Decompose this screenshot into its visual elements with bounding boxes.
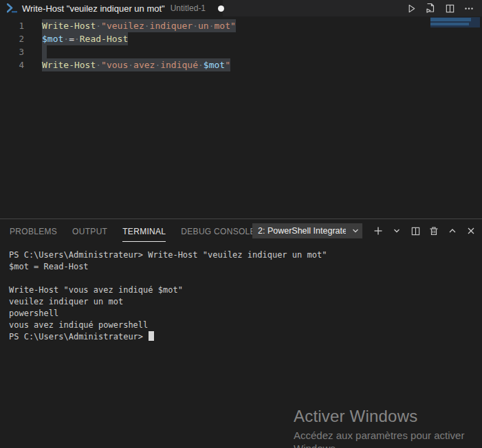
code-text: Write-Host·"vous·avez·indiqué·$mot" (42, 58, 230, 71)
panel-actions: 2: PowerShell Integrated Console (252, 219, 478, 243)
terminal-line (9, 273, 479, 284)
editor-tab-bar: Write-Host "veuilez indiquer un mot" Unt… (0, 0, 482, 16)
editor-actions (404, 0, 482, 16)
split-terminal-button[interactable] (408, 223, 422, 238)
editor-lines: 1Write-Host·"veuilez·indiquer·un·mot"2$m… (0, 19, 482, 71)
terminal-picker-value: 2: PowerShell Integrated Console (258, 226, 346, 236)
panel-tab-debug-console[interactable]: DEBUG CONSOLE (181, 221, 256, 242)
split-terminal-icon (410, 226, 421, 236)
terminal-line: $mot = Read-Host (9, 261, 479, 273)
terminal-prompt-line: PS C:\Users\Administrateur> (9, 331, 479, 343)
tab-description: Untitled-1 (171, 3, 206, 13)
code-editor[interactable]: 1Write-Host·"veuilez·indiquer·un·mot"2$m… (0, 16, 482, 219)
terminal-output[interactable]: PS C:\Users\Administrateur> Write-Host "… (9, 249, 479, 448)
panel-tab-output[interactable]: OUTPUT (72, 221, 107, 242)
more-actions-button[interactable] (461, 1, 476, 16)
chevron-up-icon (448, 227, 457, 235)
new-terminal-button[interactable] (371, 223, 385, 238)
editor-line[interactable]: 2$mot·=·Read-Host (0, 32, 482, 45)
plus-icon (373, 226, 383, 236)
editor-line[interactable]: 4Write-Host·"vous·avez·indiqué·$mot" (0, 58, 482, 71)
run-button[interactable] (404, 1, 419, 16)
line-number: 1 (0, 19, 24, 32)
editor-tab-untitled-1[interactable]: Write-Host "veuilez indiquer un mot" Unt… (0, 0, 223, 16)
terminal-line: Write-Host "vous avez indiqué $mot" (9, 284, 479, 296)
terminal-lines: PS C:\Users\Administrateur> Write-Host "… (9, 249, 479, 331)
code-text: $mot·=·Read-Host (42, 32, 128, 45)
minimap-line-bar (430, 23, 469, 25)
powershell-file-icon (7, 3, 18, 13)
panel-tabs: PROBLEMSOUTPUTTERMINALDEBUG CONSOLE (10, 221, 256, 242)
ellipsis-icon (463, 3, 474, 14)
terminal-picker-dropdown[interactable]: 2: PowerShell Integrated Console (252, 223, 362, 238)
terminal-line: vous avez indiqué powershell (9, 320, 479, 331)
play-icon (406, 3, 417, 14)
new-terminal-dropdown-button[interactable] (390, 223, 404, 238)
maximize-panel-button[interactable] (446, 223, 459, 238)
panel-tab-problems[interactable]: PROBLEMS (10, 221, 57, 242)
minimap-line-bar (430, 18, 471, 21)
terminal-line: PS C:\Users\Administrateur> Write-Host "… (9, 249, 479, 261)
panel-header: PROBLEMSOUTPUTTERMINALDEBUG CONSOLE 2: P… (0, 219, 482, 243)
chevron-down-icon (352, 227, 359, 234)
kill-terminal-button[interactable] (427, 223, 441, 238)
line-number: 3 (0, 45, 24, 58)
trash-icon (429, 226, 439, 236)
line-number: 2 (0, 32, 24, 45)
document-play-icon (425, 3, 436, 14)
close-icon (467, 227, 475, 235)
vscode-window: Write-Host "veuilez indiquer un mot" Unt… (0, 0, 482, 448)
run-selection-button[interactable] (423, 1, 438, 16)
unsaved-changes-dot[interactable] (218, 5, 224, 12)
panel-tab-terminal[interactable]: TERMINAL (122, 221, 166, 242)
minimap[interactable] (430, 17, 480, 27)
terminal-prompt: PS C:\Users\Administrateur> (9, 332, 148, 341)
split-editor-button[interactable] (442, 1, 457, 16)
terminal-cursor (149, 331, 154, 341)
editor-line[interactable]: 3 (0, 45, 482, 58)
terminal-line: veuilez indiquer un mot (9, 296, 479, 308)
split-editor-icon (445, 3, 455, 14)
terminal-line: powershell (9, 308, 479, 320)
code-text (42, 45, 47, 58)
chevron-down-icon (393, 227, 400, 234)
bottom-panel: PROBLEMSOUTPUTTERMINALDEBUG CONSOLE 2: P… (0, 219, 482, 448)
line-number: 4 (0, 58, 24, 71)
tab-title: Write-Host "veuilez indiquer un mot" (22, 3, 165, 14)
close-panel-button[interactable] (464, 223, 478, 238)
editor-line[interactable]: 1Write-Host·"veuilez·indiquer·un·mot" (0, 19, 482, 32)
code-text: Write-Host·"veuilez·indiquer·un·mot" (42, 19, 236, 32)
